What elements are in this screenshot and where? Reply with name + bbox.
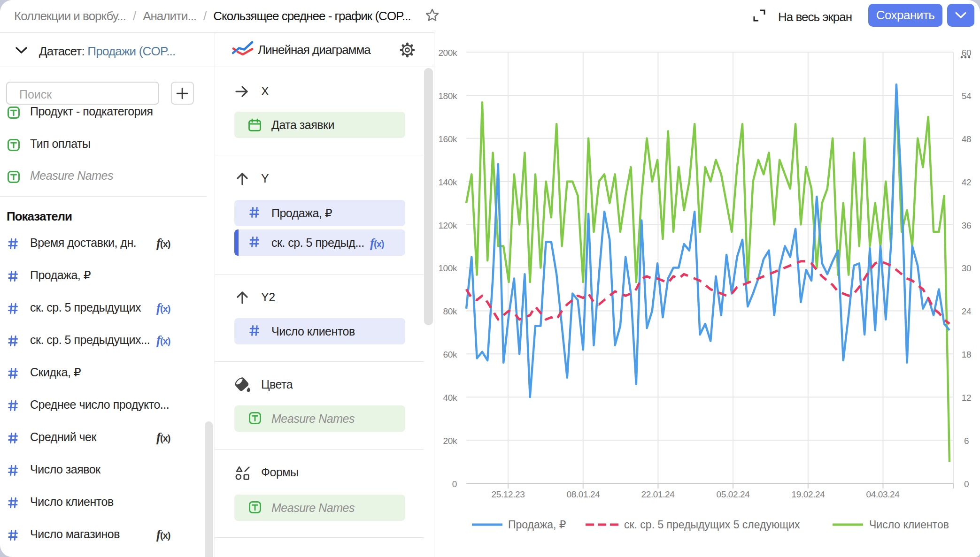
svg-text:42: 42 (962, 177, 971, 187)
svg-text:60: 60 (962, 48, 971, 58)
svg-text:120k: 120k (438, 221, 457, 230)
svg-text:60k: 60k (443, 350, 457, 359)
svg-text:48: 48 (962, 134, 971, 144)
svg-text:04.03.24: 04.03.24 (866, 489, 900, 499)
svg-text:08.01.24: 08.01.24 (567, 489, 601, 499)
svg-text:05.02.24: 05.02.24 (717, 489, 750, 499)
svg-text:30: 30 (962, 263, 971, 273)
svg-text:20k: 20k (443, 436, 457, 446)
svg-text:140k: 140k (438, 177, 457, 187)
svg-text:40k: 40k (443, 393, 457, 403)
svg-text:25.12.23: 25.12.23 (492, 489, 525, 499)
svg-text:Продажа, ₽: Продажа, ₽ (508, 519, 566, 531)
svg-text:24: 24 (962, 306, 972, 316)
svg-text:180k: 180k (438, 91, 457, 101)
svg-text:36: 36 (962, 221, 971, 230)
svg-text:100k: 100k (438, 263, 457, 273)
svg-text:ск. ср. 5 предыдущих 5 следующ: ск. ср. 5 предыдущих 5 следующих (624, 519, 800, 531)
svg-text:6: 6 (964, 436, 969, 446)
svg-text:200k: 200k (438, 48, 457, 58)
svg-text:19.02.24: 19.02.24 (792, 489, 826, 499)
svg-text:18: 18 (962, 350, 971, 359)
svg-text:Число клиентов: Число клиентов (869, 519, 949, 531)
svg-text:160k: 160k (438, 134, 457, 144)
svg-text:0: 0 (964, 479, 969, 489)
svg-text:0: 0 (452, 479, 457, 489)
svg-text:12: 12 (962, 393, 971, 403)
svg-text:22.01.24: 22.01.24 (641, 489, 675, 499)
svg-text:80k: 80k (443, 306, 457, 316)
svg-text:54: 54 (962, 91, 972, 101)
